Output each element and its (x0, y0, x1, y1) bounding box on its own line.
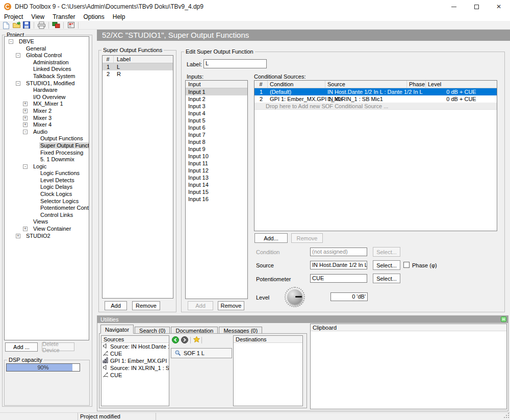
tab-navigator[interactable]: Navigator (100, 325, 134, 334)
tab-documentation[interactable]: Documentation (171, 327, 218, 334)
tree-item-global-control[interactable]: -Global Control (5, 52, 89, 59)
level-knob[interactable] (284, 286, 306, 308)
sof-add-button[interactable]: Add (105, 301, 127, 310)
sof-shortcut-button[interactable]: SOF 1 L (171, 348, 232, 358)
collapse-panel-icon[interactable] (501, 316, 506, 322)
input-list-item[interactable]: Input 9 (186, 145, 247, 153)
condition-select-button[interactable]: Select... (373, 247, 400, 257)
tree-item-selector-logics[interactable]: Selector Logics (5, 198, 89, 205)
tab-messages-0[interactable]: Messages (0) (219, 327, 262, 334)
menu-item-project[interactable]: Project (0, 13, 27, 21)
tree-item-views[interactable]: Views (5, 218, 89, 226)
destinations-list[interactable]: Destinations (233, 335, 303, 406)
input-list-item[interactable]: Input 14 (186, 181, 247, 188)
open-icon[interactable] (12, 21, 21, 29)
menu-item-help[interactable]: Help (109, 13, 130, 21)
tree-item-i-o-overview[interactable]: I/O Overview (5, 94, 89, 101)
input-list-item[interactable]: Input 12 (186, 167, 247, 174)
input-list-item[interactable]: Input 11 (186, 160, 247, 167)
tree-item-logic[interactable]: -Logic (5, 163, 89, 170)
tree-item-general[interactable]: General (5, 45, 89, 53)
source-select-button[interactable]: Select... (373, 260, 400, 270)
tree-item-dbve[interactable]: -DBVE (5, 38, 89, 45)
tree-item-super-output-functions[interactable]: Super Output Functions (5, 142, 89, 150)
tree-item-view-container[interactable]: +View Container (5, 226, 89, 233)
tree-item-studio1-modified[interactable]: -STUDIO1, Modified (5, 80, 89, 87)
save-icon[interactable] (22, 21, 31, 29)
tree-item-mixer-2[interactable]: +Mixer 2 (5, 108, 89, 115)
input-list-item[interactable]: Input 13 (186, 174, 247, 181)
inputs-list[interactable]: Input Input 1Input 2Input 3Input 4Input … (185, 80, 248, 299)
favorite-icon[interactable] (193, 336, 200, 343)
tab-search-0[interactable]: Search (0) (135, 327, 170, 334)
tree-item-mixer-3[interactable]: +Mixer 3 (5, 115, 89, 122)
conditional-source-row[interactable]: 2GPI 1: Ember_MX.GPI 1_MXIN XLRIN_1 : SB… (254, 95, 497, 103)
tree-item-5-1-downmix[interactable]: 5. 1 Downmix (5, 156, 89, 163)
clipboard-panel[interactable]: Clipboard (310, 324, 507, 409)
collapse-box-icon[interactable]: - (23, 164, 28, 169)
menu-item-view[interactable]: View (27, 13, 48, 21)
transfer-icon[interactable] (52, 21, 61, 29)
label-input[interactable]: L (203, 59, 267, 68)
input-list-item[interactable]: Input 8 (186, 138, 247, 145)
source-field[interactable]: IN Host.Dante 1/2 In L : Dante (310, 261, 367, 269)
source-item[interactable]: CUE (101, 372, 169, 379)
sof-table-row[interactable]: 1L (103, 63, 173, 70)
source-item[interactable]: GPI 1: Ember_MX.GPI 1_MX (101, 357, 169, 364)
input-list-item[interactable]: Input 6 (186, 124, 247, 131)
expand-box-icon[interactable]: + (23, 116, 28, 120)
collapse-box-icon[interactable]: - (23, 130, 28, 134)
delete-device-button[interactable]: Delete Device (42, 342, 74, 351)
condition-field[interactable]: (not assigned) (310, 248, 367, 256)
expand-box-icon[interactable]: + (23, 227, 28, 231)
input-list-item[interactable]: Input 10 (186, 153, 247, 160)
new-file-icon[interactable] (2, 21, 11, 29)
tree-item-logic-delays[interactable]: Logic Delays (5, 184, 89, 191)
tree-item-studio2[interactable]: +STUDIO2 (5, 233, 89, 240)
inputs-add-button[interactable]: Add (188, 301, 213, 310)
potentiometer-field[interactable]: CUE (310, 274, 367, 283)
input-list-item[interactable]: Input 16 (186, 195, 247, 203)
input-list-item[interactable]: Input 1 (186, 88, 247, 95)
expand-box-icon[interactable]: + (16, 234, 20, 238)
menu-item-options[interactable]: Options (79, 13, 108, 21)
cond-drop-zone[interactable]: Drop here to Add new SOF Conditional Sou… (254, 103, 497, 110)
forward-icon[interactable] (181, 336, 188, 343)
tree-item-fixed-processing[interactable]: Fixed Processing (5, 150, 89, 157)
collapse-box-icon[interactable]: - (9, 39, 13, 44)
input-list-item[interactable]: Input 4 (186, 110, 247, 117)
minimize-icon[interactable] (443, 0, 465, 13)
tree-item-hardware[interactable]: Hardware (5, 87, 89, 94)
tree-item-administration[interactable]: Administration (5, 59, 89, 66)
sof-table[interactable]: # Label 1L2R (102, 55, 173, 299)
expand-box-icon[interactable]: + (23, 102, 28, 106)
input-list-item[interactable]: Input 2 (186, 95, 247, 103)
tree-item-clock-logics[interactable]: Clock Logics (5, 191, 89, 198)
collapse-box-icon[interactable]: - (16, 81, 20, 86)
print-icon[interactable] (37, 21, 46, 29)
tree-item-mx-mixer-1[interactable]: +MX_Mixer 1 (5, 101, 89, 108)
project-tree[interactable]: -DBVEGeneral-Global ControlAdministratio… (4, 36, 89, 340)
input-list-item[interactable]: Input 5 (186, 117, 247, 124)
add-device-button[interactable]: Add ... (5, 342, 38, 352)
tree-item-logic-functions[interactable]: Logic Functions (5, 170, 89, 177)
potentiometer-select-button[interactable]: Select... (373, 274, 400, 283)
collapse-box-icon[interactable]: - (16, 53, 20, 58)
sof-remove-button[interactable]: Remove (132, 301, 160, 310)
tree-item-audio[interactable]: -Audio (5, 129, 89, 136)
sources-list[interactable]: Sources Source: IN Host.Dante 1/...CUEGP… (101, 335, 169, 406)
maximize-icon[interactable] (465, 0, 488, 13)
tree-item-talkback-system[interactable]: Talkback System (5, 73, 89, 80)
menu-item-transfer[interactable]: Transfer (48, 13, 79, 21)
input-list-item[interactable]: Input 7 (186, 131, 247, 138)
input-list-item[interactable]: Input 15 (186, 188, 247, 195)
inputs-remove-button[interactable]: Remove (218, 301, 244, 310)
monitor-icon[interactable] (66, 21, 75, 29)
resize-grip[interactable] (503, 412, 509, 419)
tree-item-output-functions[interactable]: Output Functions (5, 135, 89, 142)
tree-item-control-links[interactable]: Control Links (5, 212, 89, 219)
source-item[interactable]: Source: IN XLRIN_1 : SB ... (101, 364, 169, 372)
phase-checkbox[interactable] (403, 262, 410, 268)
conditional-sources-table[interactable]: # Condition Source Phase Level 1(Default… (254, 80, 497, 231)
cond-add-button[interactable]: Add... (254, 233, 288, 243)
